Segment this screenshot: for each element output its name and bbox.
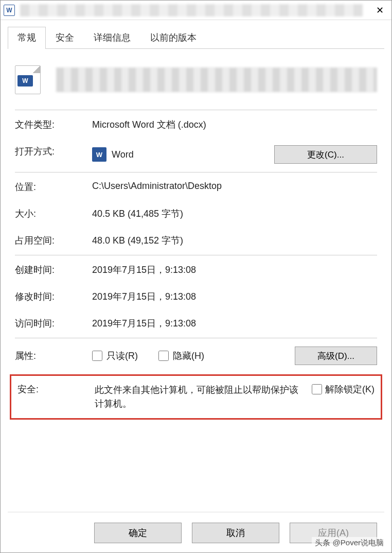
properties-dialog: W ✕ 常规 安全 详细信息 以前的版本 W 文件类型: Microsoft W… <box>0 0 392 553</box>
filename-field-redacted[interactable] <box>56 67 377 92</box>
disk-size-value: 48.0 KB (49,152 字节) <box>92 234 377 247</box>
created-value: 2019年7月15日，9:13:08 <box>92 264 377 276</box>
accessed-label: 访问时间: <box>15 317 92 330</box>
security-label: 安全: <box>17 383 95 395</box>
divider <box>15 110 377 110</box>
tab-security[interactable]: 安全 <box>46 27 84 49</box>
hidden-checkbox-label: 隐藏(H) <box>173 350 204 362</box>
attributes-label: 属性: <box>15 350 92 362</box>
document-icon: W <box>15 65 41 94</box>
attributes-row: 属性: 只读(R) 隐藏(H) 高级(D)... <box>15 339 377 372</box>
client-area: 常规 安全 详细信息 以前的版本 W 文件类型: Microsoft Word … <box>1 20 391 552</box>
change-button[interactable]: 更改(C)... <box>274 145 377 164</box>
file-type-label: 文件类型: <box>15 118 92 131</box>
security-highlight-box: 安全: 此文件来自其他计算机，可能被阻止以帮助保护该计算机。 解除锁定(K) <box>10 374 382 420</box>
word-file-icon: W <box>4 5 15 16</box>
divider <box>15 338 377 338</box>
location-row: 位置: C:\Users\Administrator\Desktop <box>15 174 377 200</box>
unblock-checkbox-label: 解除锁定(K) <box>325 383 375 395</box>
unblock-checkbox-input[interactable] <box>312 384 322 394</box>
title-text-redacted <box>20 4 363 16</box>
created-row: 创建时间: 2019年7月15日，9:13:08 <box>15 256 377 283</box>
readonly-checkbox-label: 只读(R) <box>106 350 138 362</box>
file-type-row: 文件类型: Microsoft Word 文档 (.docx) <box>15 111 377 138</box>
cancel-button[interactable]: 取消 <box>192 523 279 543</box>
unblock-checkbox[interactable]: 解除锁定(K) <box>312 383 375 395</box>
tab-details[interactable]: 详细信息 <box>84 27 140 49</box>
hidden-checkbox[interactable]: 隐藏(H) <box>158 350 204 362</box>
divider <box>15 172 377 172</box>
size-value: 40.5 KB (41,485 字节) <box>92 208 377 220</box>
ok-button[interactable]: 确定 <box>94 523 182 543</box>
security-message: 此文件来自其他计算机，可能被阻止以帮助保护该计算机。 <box>95 383 312 411</box>
file-type-value: Microsoft Word 文档 (.docx) <box>92 118 377 131</box>
modified-row: 修改时间: 2019年7月15日，9:13:08 <box>15 283 377 310</box>
disk-size-label: 占用空间: <box>15 234 92 247</box>
general-panel: W 文件类型: Microsoft Word 文档 (.docx) 打开方式: … <box>8 49 384 512</box>
size-label: 大小: <box>15 208 92 220</box>
open-with-value: Word <box>112 149 134 160</box>
disk-size-row: 占用空间: 48.0 KB (49,152 字节) <box>15 227 377 254</box>
divider <box>15 255 377 255</box>
tab-strip: 常规 安全 详细信息 以前的版本 <box>8 26 384 49</box>
location-label: 位置: <box>15 181 92 193</box>
modified-label: 修改时间: <box>15 290 92 303</box>
readonly-checkbox[interactable]: 只读(R) <box>92 350 138 362</box>
modified-value: 2019年7月15日，9:13:08 <box>92 290 377 303</box>
created-label: 创建时间: <box>15 264 92 276</box>
size-row: 大小: 40.5 KB (41,485 字节) <box>15 200 377 227</box>
word-app-icon: W <box>92 147 106 162</box>
open-with-label: 打开方式: <box>15 145 92 158</box>
readonly-checkbox-input[interactable] <box>92 351 102 361</box>
tab-general[interactable]: 常规 <box>8 27 46 49</box>
word-badge-icon: W <box>17 75 33 87</box>
close-button[interactable]: ✕ <box>368 1 391 20</box>
open-with-row: 打开方式: W Word 更改(C)... <box>15 138 377 171</box>
file-header-row: W <box>15 58 377 109</box>
titlebar: W ✕ <box>1 1 391 20</box>
hidden-checkbox-input[interactable] <box>158 351 169 361</box>
advanced-button[interactable]: 高级(D)... <box>295 347 377 365</box>
accessed-row: 访问时间: 2019年7月15日，9:13:08 <box>15 310 377 337</box>
watermark-text: 头条 @Pover说电脑 <box>312 537 387 549</box>
accessed-value: 2019年7月15日，9:13:08 <box>92 317 377 330</box>
tab-previous-versions[interactable]: 以前的版本 <box>140 27 206 49</box>
location-value: C:\Users\Administrator\Desktop <box>92 181 377 192</box>
